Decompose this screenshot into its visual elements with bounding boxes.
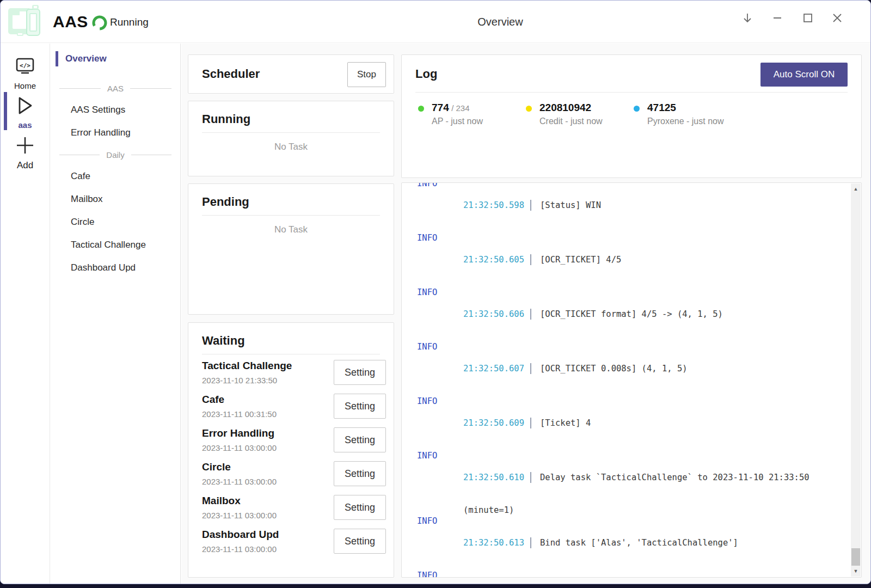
waiting-title: Waiting (202, 334, 380, 348)
setting-button[interactable]: Setting (334, 495, 386, 520)
waiting-task-name: Error Handling (202, 427, 334, 440)
svg-text:</>: </> (20, 62, 30, 69)
app-name: AAS (53, 13, 88, 31)
pending-title: Pending (202, 195, 380, 209)
log-entry: INFO 21:32:50.605[OCR_TICKET] 4/5 (417, 232, 851, 287)
nav-item-label: Circle (71, 217, 94, 227)
log-separator (530, 537, 531, 548)
log-scroll-region[interactable]: INFO 21:32:50.598[Status] WIN INFO 21:32… (402, 183, 851, 577)
nav-item-cafe[interactable]: Cafe (51, 167, 180, 186)
log-level: INFO (417, 450, 463, 516)
log-separator (530, 200, 531, 211)
rail-item-aas[interactable]: aas (1, 95, 50, 130)
waiting-task-time: 2023-11-11 00:31:50 (202, 409, 334, 420)
setting-button[interactable]: Setting (334, 427, 386, 452)
log-separator (530, 472, 531, 483)
waiting-task-row: Mailbox 2023-11-11 03:00:00 Setting (202, 491, 386, 524)
waiting-task-time: 2023-11-11 03:00:00 (202, 443, 334, 454)
nav-item-label: Cafe (71, 171, 90, 181)
nav-item-tactical-challenge[interactable]: Tactical Challenge (51, 235, 180, 255)
waiting-task-name: Mailbox (202, 494, 334, 507)
waiting-task-name: Cafe (202, 393, 334, 406)
nav-section-label: Daily (100, 150, 131, 160)
log-separator (530, 363, 531, 374)
log-entry: INFO 21:32:50.613Bind task ['Alas', 'Tac… (417, 516, 851, 570)
home-icon: </> (15, 68, 35, 77)
rail-label-home: Home (1, 81, 50, 90)
nav-item-aas-settings[interactable]: AAS Settings (51, 100, 180, 120)
log-time: 21:32:50.610 (463, 472, 524, 483)
log-level: INFO (417, 396, 463, 450)
nav-item-mailbox[interactable]: Mailbox (51, 189, 180, 209)
auto-scroll-button[interactable]: Auto Scroll ON (760, 63, 848, 87)
download-icon[interactable] (735, 8, 759, 28)
waiting-task-name: Circle (202, 461, 334, 474)
pending-card: Pending No Task (188, 183, 394, 315)
stat-value: 47125 (647, 102, 676, 113)
running-empty-text: No Task (188, 142, 394, 152)
log-level: INFO (417, 232, 463, 287)
log-time: 21:32:50.598 (463, 200, 524, 211)
log-message: Delay task `TacticalChallenge` to 2023-1… (540, 472, 809, 483)
log-level: INFO (417, 183, 463, 232)
rail-item-home[interactable]: </> Home (1, 57, 50, 90)
app-logo-icon (6, 5, 42, 40)
setting-button[interactable]: Setting (334, 394, 386, 419)
log-message-continuation: (minute=1) (463, 505, 851, 516)
running-status-label: Running (110, 16, 149, 28)
log-scrollbar[interactable]: ▲ ▼ (851, 183, 861, 577)
rail-label-aas: aas (1, 120, 50, 130)
maximize-icon[interactable] (796, 8, 820, 28)
waiting-task-time: 2023-11-10 21:33:50 (202, 375, 334, 386)
nav-item-error-handling[interactable]: Error Handling (51, 123, 180, 143)
stop-button[interactable]: Stop (347, 62, 386, 87)
log-separator (530, 309, 531, 320)
setting-button[interactable]: Setting (334, 529, 386, 554)
log-time: 21:32:50.606 (463, 309, 524, 320)
scrollbar-thumb[interactable] (851, 548, 860, 566)
stat-caption: Credit - just now (539, 117, 603, 126)
log-lines: INFO 21:32:50.598[Status] WIN INFO 21:32… (402, 183, 851, 577)
minimize-icon[interactable] (765, 8, 789, 28)
nav-item-circle[interactable]: Circle (51, 212, 180, 232)
rail-item-add[interactable]: Add (1, 136, 50, 171)
status-dot-icon (418, 106, 424, 112)
title-bar: AAS Running Overview (1, 1, 870, 43)
waiting-task-name: Dashboard Upd (202, 528, 334, 541)
nav-item-overview[interactable]: Overview (51, 50, 180, 68)
nav-panel: OverviewAASAAS SettingsError HandlingDai… (51, 44, 181, 584)
running-card: Running No Task (188, 101, 394, 176)
log-entry: INFO 21:32:50.614Save config ./config\aa… (417, 570, 851, 577)
scrollbar-up-icon[interactable]: ▲ (851, 185, 861, 193)
log-time: 21:32:50.605 (463, 254, 524, 265)
waiting-task-row: Error Handling 2023-11-11 03:00:00 Setti… (202, 423, 386, 457)
stat-total: / 234 (451, 103, 469, 113)
waiting-task-time: 2023-11-11 03:00:00 (202, 476, 334, 487)
close-icon[interactable] (825, 8, 849, 28)
log-stat: 774 / 234 AP - just now (418, 102, 526, 126)
log-card: Log Auto Scroll ON 774 / 234 AP - just n… (401, 54, 862, 178)
running-spinner-icon (91, 15, 108, 33)
log-level: INFO (417, 287, 463, 341)
app-window: AAS Running Overview (0, 0, 871, 584)
nav-item-label: Error Handling (71, 127, 131, 138)
stat-value: 220810942 (539, 102, 591, 113)
nav-section-label: AAS (101, 84, 130, 93)
nav-item-dashboard-upd[interactable]: Dashboard Upd (51, 258, 180, 278)
divider (202, 215, 380, 216)
log-message: [OCR_TICKET format] 4/5 -> (4, 1, 5) (540, 309, 723, 320)
divider (202, 132, 380, 133)
scrollbar-down-icon[interactable]: ▼ (851, 567, 861, 575)
setting-button[interactable]: Setting (334, 461, 386, 486)
waiting-task-row: Cafe 2023-11-11 00:31:50 Setting (202, 389, 386, 423)
stat-caption: AP - just now (432, 117, 483, 126)
log-time: 21:32:50.609 (463, 418, 524, 428)
setting-button[interactable]: Setting (334, 360, 386, 385)
scheduler-title: Scheduler (202, 67, 260, 81)
nav-item-label: Mailbox (71, 194, 103, 204)
log-entry: INFO 21:32:50.610Delay task `TacticalCha… (417, 450, 851, 516)
waiting-task-time: 2023-11-11 03:00:00 (202, 544, 334, 555)
nav-item-label: Tactical Challenge (71, 240, 146, 250)
log-separator (530, 418, 531, 428)
log-stat: 220810942 Credit - just now (526, 102, 634, 126)
